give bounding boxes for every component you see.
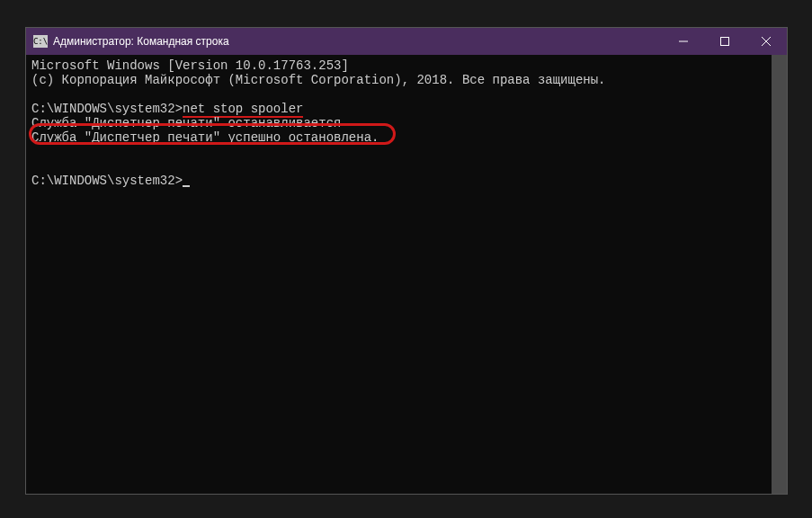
cursor xyxy=(183,185,190,187)
copyright-line: (c) Корпорация Майкрософт (Microsoft Cor… xyxy=(31,73,781,87)
window-title: Администратор: Командная строка xyxy=(53,35,229,48)
scrollbar-thumb[interactable] xyxy=(772,55,787,494)
scrollbar[interactable] xyxy=(772,55,787,494)
terminal-output[interactable]: Microsoft Windows [Version 10.0.17763.25… xyxy=(26,55,787,494)
prompt-1: C:\WINDOWS\system32> xyxy=(31,102,183,116)
window-controls xyxy=(663,28,787,55)
command-prompt-window: C:\ Администратор: Командная строка Micr… xyxy=(25,27,788,495)
titlebar[interactable]: C:\ Администратор: Командная строка xyxy=(26,28,787,55)
output-line-2: Служба "Диспетчер печати" успешно остано… xyxy=(31,130,781,145)
output-line-1: Служба "Диспетчер печати" останавливаетс… xyxy=(31,116,781,130)
command-line-1: C:\WINDOWS\system32>net stop spooler xyxy=(31,102,781,116)
command-line-2: C:\WINDOWS\system32> xyxy=(31,174,781,188)
titlebar-left: C:\ Администратор: Командная строка xyxy=(33,35,229,48)
prompt-2: C:\WINDOWS\system32> xyxy=(31,174,183,188)
version-line: Microsoft Windows [Version 10.0.17763.25… xyxy=(31,58,781,73)
cmd-icon: C:\ xyxy=(33,35,48,48)
close-button[interactable] xyxy=(745,28,787,55)
maximize-button[interactable] xyxy=(704,28,745,55)
minimize-button[interactable] xyxy=(663,28,704,55)
svg-rect-1 xyxy=(721,38,729,46)
